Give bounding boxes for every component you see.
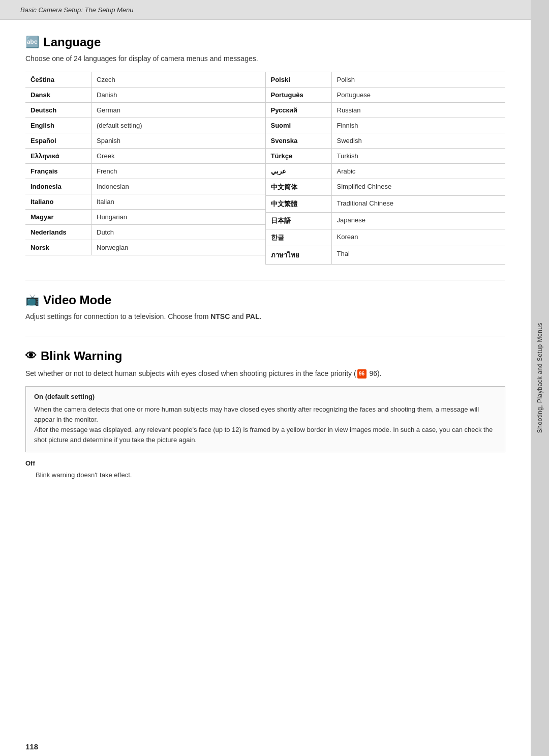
lang-english-name: French: [92, 164, 265, 179]
lang-native-name: 中文繁體: [266, 196, 332, 212]
table-row: ItalianoItalian: [25, 194, 265, 210]
language-section: 🔤 Language Choose one of 24 languages fo…: [25, 35, 505, 265]
sidebar: Shooting, Playback and Setup Menus: [531, 0, 549, 756]
lang-native-name: Español: [25, 133, 92, 148]
lang-english-name: Arabic: [332, 164, 506, 179]
lang-native-name: Suomi: [266, 118, 332, 133]
blink-off-label: Off: [25, 459, 505, 467]
table-row: 中文简体Simplified Chinese: [266, 179, 506, 196]
lang-native-name: Português: [266, 88, 332, 102]
lang-native-name: Svenska: [266, 133, 332, 148]
lang-native-name: Nederlands: [25, 225, 92, 240]
lang-native-name: 中文简体: [266, 179, 332, 195]
language-right-column: PolskiPolishPortuguêsPortugueseРусскийRu…: [266, 72, 506, 265]
lang-english-name: Japanese: [332, 213, 506, 229]
language-left-column: ČeštinaCzechDanskDanishDeutschGermanEngl…: [25, 72, 266, 265]
lang-native-name: Deutsch: [25, 103, 92, 118]
lang-english-name: Hungarian: [92, 210, 265, 224]
table-row: TürkçeTurkish: [266, 149, 506, 164]
lang-english-name: Polish: [332, 72, 506, 87]
lang-english-name: Norwegian: [92, 240, 265, 255]
lang-native-name: English: [25, 118, 92, 133]
table-row: SuomiFinnish: [266, 118, 506, 133]
lang-native-name: Ελληνικά: [25, 149, 92, 163]
lang-english-name: Traditional Chinese: [332, 196, 506, 212]
lang-english-name: Korean: [332, 229, 506, 246]
lang-english-name: Danish: [92, 88, 265, 102]
lang-english-name: Indonesian: [92, 179, 265, 194]
blink-off-text: Blink warning doesn't take effect.: [25, 470, 505, 480]
blink-description: Set whether or not to detect human subje…: [25, 368, 505, 379]
blink-warning-icon: 👁: [25, 350, 37, 363]
blink-warning-title: 👁 Blink Warning: [25, 349, 505, 363]
lang-native-name: Indonesia: [25, 179, 92, 194]
lang-english-name: Spanish: [92, 133, 265, 148]
lang-english-name: Simplified Chinese: [332, 179, 506, 195]
table-row: PortuguêsPortuguese: [266, 88, 506, 103]
table-row: ČeštinaCzech: [25, 72, 265, 88]
lang-native-name: Polski: [266, 72, 332, 87]
table-row: DanskDanish: [25, 88, 265, 103]
lang-native-name: 한글: [266, 229, 332, 246]
table-row: PolskiPolish: [266, 72, 506, 88]
lang-native-name: Türkçe: [266, 149, 332, 163]
lang-english-name: Russian: [332, 103, 506, 118]
lang-native-name: Русский: [266, 103, 332, 118]
language-icon: 🔤: [25, 36, 39, 49]
lang-native-name: Norsk: [25, 240, 92, 255]
lang-native-name: Čeština: [25, 72, 92, 87]
main-area: 🔤 Language Choose one of 24 languages fo…: [0, 20, 531, 737]
lang-english-name: Finnish: [332, 118, 506, 133]
lang-native-name: Italiano: [25, 194, 92, 209]
table-row: IndonesiaIndonesian: [25, 179, 265, 194]
lang-english-name: German: [92, 103, 265, 118]
lang-native-name: عربي: [266, 164, 332, 179]
blink-on-label: On (default setting): [34, 393, 497, 400]
lang-native-name: 日本語: [266, 213, 332, 229]
table-row: MagyarHungarian: [25, 210, 265, 225]
lang-english-name: Thai: [332, 246, 506, 264]
divider-1: [25, 280, 505, 280]
language-table: ČeštinaCzechDanskDanishDeutschGermanEngl…: [25, 72, 505, 265]
language-description: Choose one of 24 languages for display o…: [25, 54, 505, 63]
blink-on-subbox: On (default setting) When the camera det…: [25, 386, 505, 452]
lang-native-name: ภาษาไทย: [266, 246, 332, 264]
table-row: عربيArabic: [266, 164, 506, 179]
table-row: FrançaisFrench: [25, 164, 265, 179]
table-row: ภาษาไทยThai: [266, 246, 506, 265]
lang-native-name: Magyar: [25, 210, 92, 224]
language-title: 🔤 Language: [25, 35, 505, 49]
lang-english-name: Swedish: [332, 133, 506, 148]
video-mode-section: 📺 Video Mode Adjust settings for connect…: [25, 293, 505, 321]
lang-english-name: Czech: [92, 72, 265, 87]
table-row: 中文繁體Traditional Chinese: [266, 196, 506, 213]
lang-native-name: Dansk: [25, 88, 92, 102]
header-text: Basic Camera Setup: The Setup Menu: [20, 6, 134, 14]
table-row: NederlandsDutch: [25, 225, 265, 240]
table-row: SvenskaSwedish: [266, 133, 506, 149]
page-number: 118: [0, 737, 531, 756]
blink-warning-section: 👁 Blink Warning Set whether or not to de…: [25, 349, 505, 480]
table-row: ΕλληνικάGreek: [25, 149, 265, 164]
table-row: English(default setting): [25, 118, 265, 133]
sidebar-text: Shooting, Playback and Setup Menus: [536, 323, 543, 433]
video-mode-icon: 📺: [25, 294, 39, 307]
table-row: NorskNorwegian: [25, 240, 265, 255]
table-row: DeutschGerman: [25, 103, 265, 118]
lang-english-name: Portuguese: [332, 88, 506, 102]
table-row: 한글Korean: [266, 229, 506, 246]
lang-english-name: Italian: [92, 194, 265, 209]
lang-english-name: Greek: [92, 149, 265, 163]
table-row: РусскийRussian: [266, 103, 506, 118]
lang-english-name: (default setting): [92, 118, 265, 133]
lang-english-name: Dutch: [92, 225, 265, 240]
blink-inline-icon: 96: [357, 369, 367, 379]
table-row: EspañolSpanish: [25, 133, 265, 149]
video-mode-title: 📺 Video Mode: [25, 293, 505, 307]
video-mode-description: Adjust settings for connection to a tele…: [25, 312, 505, 321]
lang-english-name: Turkish: [332, 149, 506, 163]
blink-on-text1: When the camera detects that one or more…: [34, 404, 497, 446]
header-bar: Basic Camera Setup: The Setup Menu: [0, 0, 531, 20]
lang-native-name: Français: [25, 164, 92, 179]
divider-2: [25, 336, 505, 336]
